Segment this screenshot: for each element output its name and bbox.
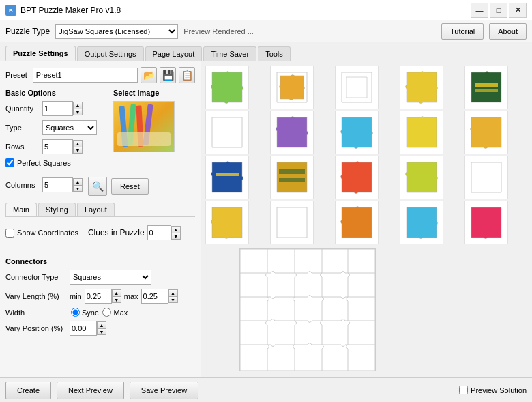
content-area: Preset 📂 💾 📋 Basic Options Quantity ▲ ▼ bbox=[0, 61, 532, 377]
app-icon: B bbox=[5, 5, 16, 16]
piece-cell bbox=[400, 201, 443, 244]
rows-input[interactable] bbox=[42, 139, 73, 154]
svg-rect-8 bbox=[475, 83, 498, 87]
clues-down-arrow[interactable]: ▼ bbox=[171, 233, 181, 240]
quantity-row: Quantity ▲ ▼ bbox=[5, 101, 108, 116]
svg-rect-9 bbox=[475, 89, 498, 92]
vary-min-up[interactable]: ▲ bbox=[112, 289, 121, 296]
search-reset-row: 🔍 Reset bbox=[88, 177, 149, 196]
thumbnail-svg bbox=[114, 102, 174, 152]
vary-position-spinner: ▲ ▼ bbox=[70, 321, 106, 336]
clues-input[interactable] bbox=[147, 225, 171, 240]
width-label: Width bbox=[5, 308, 67, 317]
create-button[interactable]: Create bbox=[5, 382, 51, 399]
title-bar: B BPT Puzzle Maker Pro v1.8 — □ ✕ bbox=[0, 0, 532, 20]
preview-solution-checkbox[interactable] bbox=[459, 386, 468, 394]
max-radio-label: Max bbox=[102, 308, 128, 317]
columns-down-arrow[interactable]: ▼ bbox=[73, 185, 83, 192]
basic-options-title: Basic Options bbox=[5, 89, 108, 97]
vary-max-label: max bbox=[124, 292, 138, 300]
columns-arrows: ▲ ▼ bbox=[73, 178, 83, 192]
show-coordinates-label: Show Coordinates bbox=[17, 229, 78, 237]
puzzle-piece-2 bbox=[274, 69, 310, 106]
vary-position-label: Vary Position (%) bbox=[5, 324, 67, 332]
puzzle-piece-19 bbox=[403, 204, 440, 241]
vary-pos-down[interactable]: ▼ bbox=[97, 328, 106, 335]
clues-up-arrow[interactable]: ▲ bbox=[171, 226, 181, 233]
puzzle-type-select[interactable]: JigSaw Squares (Licensed) bbox=[55, 24, 178, 39]
minimize-button[interactable]: — bbox=[471, 3, 488, 18]
vary-max-input[interactable] bbox=[141, 289, 168, 304]
tab-page-layout[interactable]: Page Layout bbox=[145, 46, 203, 61]
type-select[interactable]: Squares Standard bbox=[42, 120, 97, 135]
tab-time-saver[interactable]: Time Saver bbox=[203, 46, 256, 61]
vary-min-down[interactable]: ▼ bbox=[112, 296, 121, 303]
large-puzzle-preview bbox=[239, 248, 376, 371]
vary-min-input[interactable] bbox=[85, 289, 112, 304]
vary-max-down[interactable]: ▼ bbox=[168, 296, 178, 303]
clues-row: Clues in Puzzle ▲ ▼ bbox=[88, 225, 181, 240]
close-button[interactable]: ✕ bbox=[509, 3, 527, 18]
perfect-squares-checkbox[interactable] bbox=[5, 158, 14, 167]
about-button[interactable]: About bbox=[489, 23, 527, 40]
save-preview-button[interactable]: Save Preview bbox=[130, 382, 198, 399]
piece-cell bbox=[335, 201, 379, 244]
next-preview-button[interactable]: Next Preview bbox=[57, 382, 124, 399]
subtab-styling[interactable]: Styling bbox=[38, 203, 76, 216]
piece-cell bbox=[270, 156, 314, 199]
columns-input[interactable] bbox=[42, 177, 73, 192]
reset-button[interactable]: Reset bbox=[111, 178, 149, 195]
sync-radio[interactable] bbox=[71, 308, 80, 317]
subtab-layout[interactable]: Layout bbox=[77, 203, 115, 216]
piece-cell bbox=[335, 111, 379, 154]
clues-label: Clues in Puzzle bbox=[88, 228, 145, 238]
search-button[interactable]: 🔍 bbox=[88, 177, 107, 196]
perfect-squares-row: Perfect Squares bbox=[5, 158, 108, 167]
quantity-up-arrow[interactable]: ▲ bbox=[73, 102, 83, 109]
vary-max-spinner: ▲ ▼ bbox=[141, 289, 178, 304]
type-row: Type Squares Standard bbox=[5, 120, 108, 135]
image-thumbnail[interactable] bbox=[113, 101, 175, 152]
svg-rect-7 bbox=[117, 132, 171, 146]
tab-puzzle-settings[interactable]: Puzzle Settings bbox=[5, 46, 76, 61]
vary-position-input[interactable] bbox=[70, 321, 97, 336]
puzzle-piece-4 bbox=[403, 69, 440, 106]
save-preset-button[interactable]: 💾 bbox=[160, 67, 176, 83]
piece-cell bbox=[400, 156, 443, 199]
piece-cell bbox=[205, 66, 249, 109]
preview-solution-row: Preview Solution bbox=[459, 386, 527, 394]
connector-type-select[interactable]: Squares Standard Classic bbox=[70, 270, 151, 285]
toolbar: Puzzle Type JigSaw Squares (Licensed) Pr… bbox=[0, 20, 532, 42]
tab-output-settings[interactable]: Output Settings bbox=[77, 46, 144, 61]
vary-min-spinner: ▲ ▼ bbox=[85, 289, 121, 304]
sync-radio-label: Sync bbox=[71, 308, 98, 317]
tab-tools[interactable]: Tools bbox=[258, 46, 291, 61]
maximize-button[interactable]: □ bbox=[490, 3, 507, 18]
piece-cell bbox=[270, 111, 314, 154]
vary-max-up[interactable]: ▲ bbox=[168, 289, 178, 296]
connector-type-row: Connector Type Squares Standard Classic bbox=[5, 270, 195, 285]
puzzle-piece-10 bbox=[468, 114, 505, 151]
rows-up-arrow[interactable]: ▲ bbox=[73, 140, 83, 147]
vary-min-label: min bbox=[70, 292, 82, 300]
puzzle-piece-18 bbox=[338, 204, 375, 241]
connectors-section: Connectors Connector Type Squares Standa… bbox=[5, 253, 195, 336]
columns-up-arrow[interactable]: ▲ bbox=[73, 178, 83, 185]
rows-label: Rows bbox=[5, 143, 40, 151]
show-coordinates-checkbox[interactable] bbox=[5, 229, 14, 238]
quantity-input[interactable] bbox=[42, 101, 73, 116]
quantity-down-arrow[interactable]: ▼ bbox=[73, 109, 83, 115]
vary-pos-up[interactable]: ▲ bbox=[97, 321, 106, 328]
tutorial-button[interactable]: Tutorial bbox=[441, 23, 484, 40]
puzzle-piece-14 bbox=[403, 159, 440, 196]
preset-row: Preset 📂 💾 📋 bbox=[5, 67, 195, 83]
max-radio[interactable] bbox=[102, 308, 111, 317]
rows-down-arrow[interactable]: ▼ bbox=[73, 147, 83, 154]
title-bar-left: B BPT Puzzle Maker Pro v1.8 bbox=[5, 5, 121, 16]
saveas-preset-button[interactable]: 📋 bbox=[179, 67, 195, 83]
subtab-main[interactable]: Main bbox=[5, 203, 37, 216]
open-preset-button[interactable]: 📂 bbox=[141, 67, 157, 83]
svg-rect-13 bbox=[240, 249, 375, 371]
preset-input[interactable] bbox=[33, 68, 138, 83]
puzzle-piece-16 bbox=[209, 204, 246, 241]
